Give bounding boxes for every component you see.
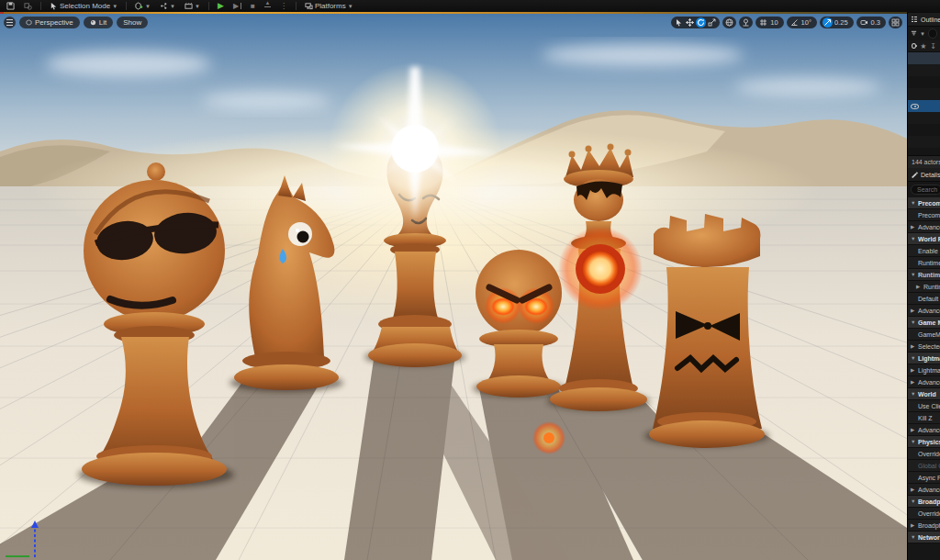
frame-skip-button[interactable]: ▶ bbox=[229, 1, 245, 12]
chevron-right-icon[interactable]: ▶ bbox=[911, 379, 916, 385]
details-property-row[interactable]: ▶Advanced bbox=[908, 424, 940, 436]
details-property-row[interactable]: ▶Advanced bbox=[908, 484, 940, 496]
stop-button[interactable]: ■ bbox=[247, 1, 259, 12]
pin-column-icon[interactable]: ↧ bbox=[930, 42, 936, 50]
view-mode-dropdown[interactable]: Lit bbox=[84, 17, 113, 28]
play-options-button[interactable]: ⋮ bbox=[276, 1, 291, 12]
chevron-down-icon[interactable]: ▼ bbox=[911, 200, 916, 206]
scale-snapping-control[interactable]: 0.25 bbox=[820, 17, 854, 28]
outliner-row[interactable] bbox=[908, 52, 940, 64]
selection-mode-dropdown[interactable]: Selection Mode ▼ bbox=[46, 1, 121, 12]
chevron-down-icon[interactable]: ▼ bbox=[911, 534, 916, 540]
details-category-row[interactable]: ▼Game Mode bbox=[908, 317, 940, 329]
chevron-right-icon[interactable]: ▶ bbox=[911, 487, 916, 492]
perspective-dropdown[interactable]: Perspective bbox=[19, 17, 80, 28]
details-category-row[interactable]: ▼Physics bbox=[908, 436, 940, 448]
favorite-column-star-icon[interactable]: ★ bbox=[920, 42, 926, 50]
outliner-row[interactable] bbox=[908, 100, 940, 112]
chevron-down-icon[interactable]: ▼ bbox=[911, 319, 916, 325]
details-property-row[interactable]: Use Client Side bbox=[908, 400, 940, 412]
eject-button[interactable]: ▲ bbox=[261, 1, 274, 12]
cinematics-dropdown[interactable]: ▼ bbox=[181, 1, 204, 12]
outliner-row[interactable] bbox=[908, 112, 940, 124]
details-category-row[interactable]: ▼Network bbox=[908, 532, 940, 543]
details-category-row[interactable]: ▼Precomputed Vis bbox=[908, 197, 940, 209]
maximize-viewport-button[interactable] bbox=[889, 17, 902, 28]
chevron-right-icon[interactable]: ▶ bbox=[911, 224, 916, 230]
surface-snapping-button[interactable] bbox=[739, 17, 753, 28]
chevron-right-icon[interactable]: ▶ bbox=[911, 308, 916, 313]
show-flags-dropdown[interactable]: Show bbox=[117, 17, 148, 28]
rotate-icon bbox=[697, 18, 705, 27]
viewport-menu-button[interactable] bbox=[4, 17, 16, 28]
chevron-down-icon[interactable]: ▼ bbox=[920, 30, 925, 36]
platforms-dropdown[interactable]: Platforms ▼ bbox=[301, 1, 357, 12]
outliner-row[interactable] bbox=[908, 136, 940, 148]
details-category-row[interactable]: ▼Broadphase bbox=[908, 496, 940, 508]
grid-snap-value[interactable]: 10 bbox=[769, 18, 780, 27]
camera-speed-value[interactable]: 0.3 bbox=[870, 18, 883, 27]
details-category-row[interactable]: ▼World Partition bbox=[908, 233, 940, 245]
details-search-input[interactable]: Search bbox=[911, 185, 940, 195]
rotate-tool-button[interactable] bbox=[696, 17, 706, 28]
details-property-row[interactable]: Async Physics bbox=[908, 472, 940, 484]
scale-tool-button[interactable] bbox=[707, 17, 717, 28]
details-property-row[interactable]: ▶Advanced bbox=[908, 376, 940, 388]
source-control-button[interactable] bbox=[20, 1, 36, 12]
details-property-row[interactable]: Override World bbox=[908, 448, 940, 460]
coordinate-system-button[interactable] bbox=[722, 17, 736, 28]
save-button[interactable] bbox=[3, 1, 18, 12]
level-viewport[interactable]: Perspective Lit Show bbox=[0, 14, 907, 560]
chevron-right-icon[interactable]: ▶ bbox=[911, 343, 916, 349]
grid-snapping-control[interactable]: 10 bbox=[755, 17, 783, 28]
details-property-row[interactable]: ▶Runtime bbox=[908, 281, 940, 293]
details-property-row[interactable]: Default HLOD bbox=[908, 293, 940, 305]
filter-icon[interactable] bbox=[911, 30, 917, 37]
outliner-search-input[interactable] bbox=[928, 28, 937, 39]
details-property-row[interactable]: GameMode Over bbox=[908, 329, 940, 341]
details-property-row[interactable]: ▶Advanced bbox=[908, 221, 940, 233]
chevron-down-icon[interactable]: ▼ bbox=[911, 236, 916, 241]
details-property-row[interactable]: Override Broad bbox=[908, 508, 940, 520]
tab-details[interactable]: Details bbox=[908, 168, 940, 182]
select-tool-button[interactable] bbox=[674, 17, 684, 28]
outliner-row[interactable] bbox=[908, 88, 940, 100]
chevron-down-icon[interactable]: ▼ bbox=[911, 355, 916, 361]
chevron-right-icon[interactable]: ▶ bbox=[911, 367, 916, 373]
details-property-row[interactable]: Precompute Visi bbox=[908, 209, 940, 221]
chevron-down-icon[interactable]: ▼ bbox=[911, 498, 916, 504]
details-property-row[interactable]: Kill Z bbox=[908, 412, 940, 424]
chevron-down-icon[interactable]: ▼ bbox=[911, 272, 916, 277]
details-property-row[interactable]: Runtime Hash bbox=[908, 257, 940, 269]
details-property-row[interactable]: ▼Runtime Settings bbox=[908, 269, 940, 281]
property-label: Enable Streaming bbox=[918, 248, 940, 254]
eye-icon[interactable] bbox=[911, 104, 919, 109]
move-tool-button[interactable] bbox=[685, 17, 695, 28]
chevron-right-icon[interactable]: ▶ bbox=[911, 427, 916, 432]
rotation-snap-value[interactable]: 10° bbox=[800, 18, 814, 27]
rotation-snapping-control[interactable]: 10° bbox=[787, 17, 817, 28]
details-property-row[interactable]: ▶Advanced bbox=[908, 305, 940, 317]
chevron-right-icon[interactable]: ▶ bbox=[911, 522, 916, 528]
scale-snap-value[interactable]: 0.25 bbox=[834, 18, 851, 27]
tab-outliner[interactable]: Outliner bbox=[908, 13, 940, 27]
details-property-row[interactable]: ▶Selected Game bbox=[908, 341, 940, 353]
details-property-row[interactable]: ▶Broadphase bbox=[908, 520, 940, 532]
details-property-row[interactable]: Enable Streaming bbox=[908, 245, 940, 257]
details-category-row[interactable]: ▼Lightmass bbox=[908, 353, 940, 364]
chevron-down-icon[interactable]: ▼ bbox=[911, 391, 916, 397]
details-category-row[interactable]: ▼World bbox=[908, 388, 940, 400]
add-actor-dropdown[interactable]: ▼ bbox=[131, 1, 154, 12]
select-arrow-icon bbox=[675, 18, 683, 27]
outliner-row[interactable] bbox=[908, 64, 940, 76]
chevron-right-icon[interactable]: ▶ bbox=[916, 284, 922, 289]
blueprints-dropdown[interactable]: ▼ bbox=[156, 1, 179, 12]
details-property-row[interactable]: ▶Lightmass Setti bbox=[908, 364, 940, 376]
visibility-column-eye-icon[interactable] bbox=[912, 43, 916, 49]
camera-speed-control[interactable]: 0.3 bbox=[856, 17, 886, 28]
details-property-row[interactable]: Global Gravity bbox=[908, 460, 940, 472]
chevron-down-icon[interactable]: ▼ bbox=[911, 439, 916, 444]
outliner-row[interactable] bbox=[908, 124, 940, 136]
outliner-row[interactable] bbox=[908, 76, 940, 88]
play-button[interactable]: ▶ bbox=[214, 1, 228, 12]
